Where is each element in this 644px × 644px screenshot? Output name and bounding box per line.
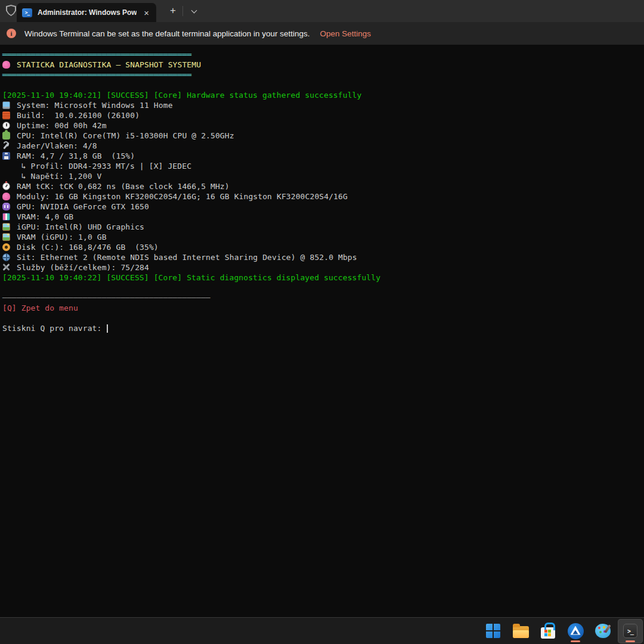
globe-icon — [2, 253, 10, 261]
terminal-text: STATICKA DIAGNOSTIKA — SNAPSHOT SYSTEMU — [17, 60, 201, 70]
terminal-line: Služby (běží/celkem): 75/284 — [2, 262, 644, 273]
terminal-line: RAM: 4,7 / 31,8 GB (15%) — [2, 151, 644, 161]
windows-start-icon — [486, 624, 500, 638]
floppy-icon — [2, 152, 10, 160]
terminal-line: ↳ Napětí: 1,200 V — [2, 171, 644, 181]
terminal-line: [2025-11-10 19:40:22] [SUCCESS] [Core] S… — [2, 273, 644, 283]
clock-icon — [2, 122, 10, 129]
computer-icon — [2, 101, 10, 109]
terminal-text: Jader/Vlaken: 4/8 — [17, 141, 97, 151]
terminal-line: ↳ Profil: DDR4-2933 MT/s | [X] JEDEC — [2, 161, 644, 171]
brain-icon — [2, 193, 10, 200]
brick-icon — [2, 112, 10, 119]
terminal-line: ════════════════════════════════════════ — [2, 49, 644, 60]
shield-icon — [6, 5, 16, 16]
terminal-text: GPU: NVIDIA GeForce GTX 1650 — [17, 202, 149, 212]
terminal-text: iGPU: Intel(R) UHD Graphics — [17, 222, 144, 232]
stopwatch-icon — [2, 182, 10, 190]
terminal-text: ════════════════════════════════════════ — [2, 49, 191, 60]
taskbar-file-explorer[interactable] — [508, 619, 533, 643]
terminal-line: Build: 10.0.26100 (26100) — [2, 110, 644, 120]
terminal-line: Jader/Vlaken: 4/8 — [2, 141, 644, 151]
tab-powershell[interactable]: Administrator: Windows PowerShell × — [17, 3, 156, 22]
terminal-line: Stiskni Q pro navrat: — [2, 323, 644, 333]
terminal-text: Moduly: 16 GB Kingston KF3200C20S4/16G; … — [17, 191, 348, 202]
taskbar-microsoft-store[interactable] — [535, 619, 561, 643]
terminal-text: [2025-11-10 19:40:21] [SUCCESS] [Core] H… — [2, 90, 361, 100]
terminal-text: [2025-11-10 19:40:22] [SUCCESS] [Core] S… — [2, 273, 380, 283]
terminal-text: RAM tCK: tCK 0,682 ns (Base clock 1466,5… — [17, 181, 230, 191]
terminal-line — [2, 80, 644, 90]
powershell-icon — [22, 8, 32, 17]
picture-icon — [2, 223, 10, 231]
terminal-line: GPU: NVIDIA GeForce GTX 1650 — [2, 202, 644, 212]
new-tab-button[interactable]: + — [165, 5, 181, 18]
terminal-line: System: Microsoft Windows 11 Home — [2, 100, 644, 110]
terminal-line: [Q] Zpet do menu — [2, 303, 644, 313]
terminal-text: Uptime: 00d 00h 42m — [17, 120, 107, 131]
terminal-text: ────────────────────────────────────────… — [2, 293, 210, 303]
terminal-line — [2, 313, 644, 323]
terminal-line: ════════════════════════════════════════ — [2, 70, 644, 80]
info-banner: i Windows Terminal can be set as the def… — [0, 22, 644, 45]
terminal-line: [2025-11-10 19:40:21] [SUCCESS] [Core] H… — [2, 90, 644, 100]
terminal-text: Služby (běží/celkem): 75/284 — [17, 262, 149, 273]
taskbar-start-button[interactable] — [481, 619, 506, 643]
file-explorer-icon — [513, 626, 529, 638]
text-cursor — [107, 324, 108, 333]
screen: Administrator: Windows PowerShell × + i … — [0, 0, 644, 644]
terminal-text: Stiskni Q pro navrat: — [2, 323, 106, 333]
tab-title: Administrator: Windows PowerShell — [38, 8, 137, 17]
vram-icon — [2, 213, 10, 221]
terminal-text: Sit: Ethernet 2 (Remote NDIS based Inter… — [17, 252, 357, 262]
terminal-text: System: Microsoft Windows 11 Home — [17, 100, 173, 110]
terminal-text: ════════════════════════════════════════ — [2, 70, 191, 80]
picture-icon — [2, 233, 10, 241]
terminal-text: Disk (C:): 168,8/476 GB (35%) — [17, 242, 159, 252]
wrench-icon — [2, 142, 10, 150]
terminal-output[interactable]: ════════════════════════════════════════… — [0, 45, 644, 617]
controller-icon — [2, 203, 10, 210]
terminal-text: ↳ Profil: DDR4-2933 MT/s | [X] JEDEC — [2, 161, 191, 171]
terminal-text: RAM: 4,7 / 31,8 GB (15%) — [17, 151, 135, 161]
terminal-line: VRAM (iGPU): 1,0 GB — [2, 232, 644, 242]
terminal-line — [2, 283, 644, 293]
banner-message: Windows Terminal can be set as the defau… — [24, 29, 310, 38]
terminal-line: Uptime: 00d 00h 42m — [2, 120, 644, 131]
disk-icon — [2, 243, 10, 251]
chevron-down-icon — [191, 7, 197, 13]
terminal-text: CPU: Intel(R) Core(TM) i5-10300H CPU @ 2… — [17, 131, 234, 141]
terminal-text: VRAM: 4,0 GB — [17, 212, 73, 222]
terminal-text: Build: 10.0.26100 (26100) — [17, 110, 140, 120]
tools-icon — [2, 264, 10, 271]
taskbar-paint[interactable] — [590, 619, 615, 643]
terminal-line: STATICKA DIAGNOSTIKA — SNAPSHOT SYSTEMU — [2, 60, 644, 70]
terminal-text — [2, 313, 7, 323]
microsoft-store-icon — [541, 627, 555, 639]
terminal-line: iGPU: Intel(R) UHD Graphics — [2, 222, 644, 232]
terminal-line: ────────────────────────────────────────… — [2, 293, 644, 303]
tab-dropdown-button[interactable] — [186, 5, 202, 18]
taskbar-windows-terminal[interactable] — [618, 619, 643, 643]
open-settings-link[interactable]: Open Settings — [320, 29, 371, 38]
terminal-text — [2, 283, 7, 293]
terminal-text — [2, 80, 7, 90]
terminal-text: ↳ Napětí: 1,200 V — [2, 171, 101, 181]
terminal-line: Moduly: 16 GB Kingston KF3200C20S4/16G; … — [2, 191, 644, 202]
terminal-line: VRAM: 4,0 GB — [2, 212, 644, 222]
terminal-icon — [623, 624, 637, 638]
triangle-loop-app-icon — [568, 623, 584, 639]
info-icon: i — [7, 29, 16, 38]
tab-divider — [182, 6, 183, 16]
terminal-line: RAM tCK: tCK 0,682 ns (Base clock 1466,5… — [2, 181, 644, 191]
paint-palette-icon — [595, 624, 611, 638]
taskbar — [0, 617, 644, 644]
terminal-line: CPU: Intel(R) Core(TM) i5-10300H CPU @ 2… — [2, 131, 644, 141]
brain-icon — [2, 61, 10, 69]
terminal-line: Disk (C:): 168,8/476 GB (35%) — [2, 242, 644, 252]
puzzle-icon — [2, 132, 10, 140]
tab-close-icon[interactable]: × — [142, 8, 151, 17]
terminal-text: [Q] Zpet do menu — [2, 303, 78, 313]
taskbar-triangle-loop-app[interactable] — [563, 619, 588, 643]
terminal-line: Sit: Ethernet 2 (Remote NDIS based Inter… — [2, 252, 644, 262]
